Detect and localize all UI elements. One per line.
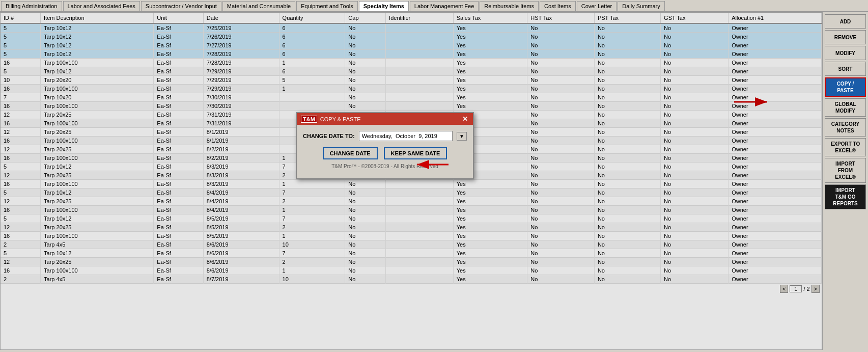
modal-titlebar-left: T&M COPY & PASTE — [301, 116, 361, 123]
tab-material-consumable[interactable]: Material and Consumable — [222, 1, 295, 11]
tab-billing-administration[interactable]: Billing Administration — [1, 1, 62, 11]
remove-button[interactable]: REMOVE — [825, 30, 866, 44]
change-date-label: CHANGE DATE TO: — [303, 133, 355, 139]
export-excel-button[interactable]: EXPORT TOEXCEL® — [825, 138, 866, 156]
date-value-input[interactable] — [359, 131, 453, 141]
tab-labor-management-fee[interactable]: Labor Management Fee — [410, 1, 479, 11]
modal-action-buttons: CHANGE DATE KEEP SAME DATE — [303, 147, 467, 159]
copy-paste-modal: T&M COPY & PASTE ✕ CHANGE DATE TO: ▼ CHA… — [296, 112, 474, 179]
change-date-row: CHANGE DATE TO: ▼ — [303, 131, 467, 141]
modal-titlebar: T&M COPY & PASTE ✕ — [297, 113, 473, 125]
modal-close-button[interactable]: ✕ — [461, 115, 469, 123]
tab-equipment-tools[interactable]: Equipment and Tools — [296, 1, 358, 11]
global-modify-button[interactable]: GLOBALMODIFY — [825, 98, 866, 117]
tab-cover-letter[interactable]: Cover Letter — [577, 1, 617, 11]
tab-cost-items[interactable]: Cost Items — [540, 1, 576, 11]
modal-title: COPY & PASTE — [320, 116, 361, 122]
main-layout: ID # Item Description Unit Date Quantity… — [0, 12, 868, 350]
modify-button[interactable]: MODIFY — [825, 46, 866, 60]
import-excel-button[interactable]: IMPORTFROMEXCEL® — [825, 158, 866, 183]
tab-reimbursable-items[interactable]: Reimbursable Items — [480, 1, 539, 11]
modal-overlay: T&M COPY & PASTE ✕ CHANGE DATE TO: ▼ CHA… — [1, 13, 822, 349]
import-tm-go-reports-button[interactable]: IMPORTT&M GOREPORTS — [825, 184, 866, 209]
table-area: ID # Item Description Unit Date Quantity… — [0, 12, 822, 350]
tab-labor-associated-fees[interactable]: Labor and Associated Fees — [63, 1, 140, 11]
sidebar: ADD REMOVE MODIFY SORT COPY /PASTE GLOBA… — [822, 12, 868, 350]
modal-brand-icon: T&M — [301, 116, 317, 123]
copy-paste-button[interactable]: COPY /PASTE — [825, 77, 866, 97]
sort-button[interactable]: SORT — [825, 62, 866, 76]
tab-daily-summary[interactable]: Daily Summary — [618, 1, 665, 11]
keep-same-date-button[interactable]: KEEP SAME DATE — [384, 147, 447, 159]
tab-specialty-items[interactable]: Specialty Items — [359, 1, 409, 11]
calendar-picker-button[interactable]: ▼ — [457, 132, 467, 141]
modal-footer: T&M Pro™ - ©2008-2019 - All Rights Reser… — [303, 164, 467, 172]
modal-body: CHANGE DATE TO: ▼ CHANGE DATE KEEP SAME … — [297, 125, 473, 178]
tab-subcontractor-vendor-input[interactable]: Subcontractor / Vendor Input — [141, 1, 221, 11]
change-date-button[interactable]: CHANGE DATE — [323, 147, 378, 159]
tab-bar: Billing Administration Labor and Associa… — [0, 0, 868, 12]
category-notes-button[interactable]: CATEGORYNOTES — [825, 118, 866, 137]
add-button[interactable]: ADD — [825, 14, 866, 29]
